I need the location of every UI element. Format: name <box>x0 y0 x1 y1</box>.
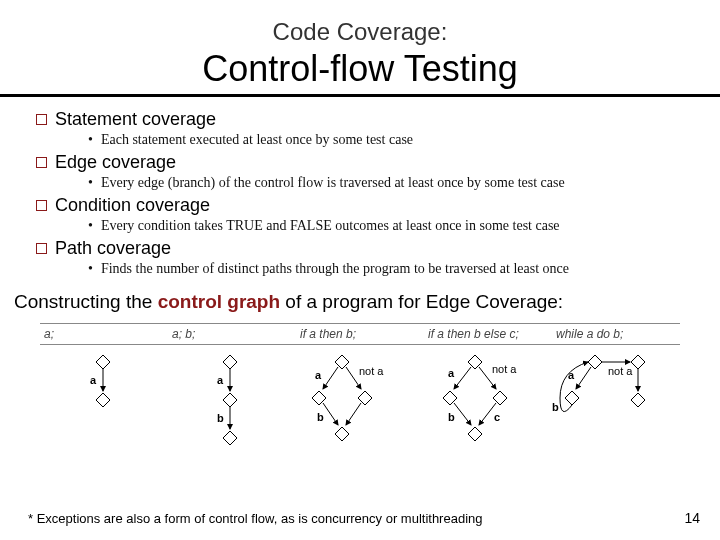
svg-text:b: b <box>552 401 559 413</box>
svg-text:not a: not a <box>359 365 384 377</box>
diagram-header: if a then b else c; <box>424 324 552 344</box>
item-sub-text: Finds the number of distinct paths throu… <box>101 261 569 277</box>
item-label: Path coverage <box>55 238 171 259</box>
square-bullet-icon <box>36 157 47 168</box>
svg-text:b: b <box>317 411 324 423</box>
item-label: Edge coverage <box>55 152 176 173</box>
svg-text:a: a <box>315 369 322 381</box>
item-sub-text: Each statement executed at least once by… <box>101 132 413 148</box>
diagram-header: while a do b; <box>552 324 680 344</box>
svg-marker-3 <box>96 393 110 407</box>
item-edge: Edge coverage • Every edge (branch) of t… <box>36 152 684 191</box>
diagram-sequence-ab: a b <box>167 351 294 471</box>
title-block: Code Coverage: Control-flow Testing <box>0 0 720 90</box>
item-path: Path coverage • Finds the number of dist… <box>36 238 684 277</box>
svg-text:a: a <box>90 374 97 386</box>
svg-marker-41 <box>631 355 645 369</box>
footnote: * Exceptions are also a form of control … <box>28 511 483 526</box>
svg-text:a: a <box>448 367 455 379</box>
square-bullet-icon <box>36 114 47 125</box>
supertitle: Code Coverage: <box>0 18 720 46</box>
diagram-area: a; a; b; if a then b; if a then b else c… <box>0 319 720 471</box>
svg-text:b: b <box>448 411 455 423</box>
svg-marker-17 <box>358 391 372 405</box>
svg-line-20 <box>346 403 361 425</box>
svg-marker-0 <box>96 355 110 369</box>
svg-marker-37 <box>565 391 579 405</box>
svg-marker-16 <box>312 391 326 405</box>
diagram-sequence-a: a <box>40 351 167 471</box>
construct-emphasis: control graph <box>158 291 280 312</box>
svg-line-23 <box>454 367 471 389</box>
svg-line-29 <box>454 403 471 425</box>
item-label: Statement coverage <box>55 109 216 130</box>
item-condition: Condition coverage • Every condition tak… <box>36 195 684 234</box>
svg-text:not a: not a <box>492 363 517 375</box>
svg-marker-28 <box>493 391 507 405</box>
svg-marker-10 <box>223 431 237 445</box>
svg-marker-21 <box>335 427 349 441</box>
item-label: Condition coverage <box>55 195 210 216</box>
main-title: Control-flow Testing <box>0 48 720 90</box>
dot-bullet-icon: • <box>88 262 93 276</box>
dot-bullet-icon: • <box>88 133 93 147</box>
dot-bullet-icon: • <box>88 176 93 190</box>
svg-text:not a: not a <box>608 365 633 377</box>
diagram-row: a a b a not a <box>40 345 680 471</box>
diagram-if-then: a not a b <box>293 351 420 471</box>
svg-line-12 <box>323 367 338 389</box>
page-number: 14 <box>684 510 700 526</box>
svg-marker-43 <box>631 393 645 407</box>
diagram-header: a; <box>40 324 168 344</box>
svg-text:b: b <box>217 412 224 424</box>
diagram-headers: a; a; b; if a then b; if a then b else c… <box>40 323 680 345</box>
svg-line-35 <box>576 367 591 389</box>
diagram-header: if a then b; <box>296 324 424 344</box>
dot-bullet-icon: • <box>88 219 93 233</box>
svg-text:a: a <box>217 374 224 386</box>
square-bullet-icon <box>36 200 47 211</box>
item-sub-text: Every edge (branch) of the control flow … <box>101 175 565 191</box>
svg-marker-34 <box>588 355 602 369</box>
item-statement: Statement coverage • Each statement exec… <box>36 109 684 148</box>
svg-marker-33 <box>468 427 482 441</box>
bullet-content: Statement coverage • Each statement exec… <box>0 97 720 277</box>
footer: * Exceptions are also a form of control … <box>28 510 700 526</box>
svg-marker-4 <box>223 355 237 369</box>
construct-suffix: of a program for Edge Coverage: <box>280 291 563 312</box>
svg-line-18 <box>323 403 338 425</box>
construct-prefix: Constructing the <box>14 291 158 312</box>
diagram-header: a; b; <box>168 324 296 344</box>
square-bullet-icon <box>36 243 47 254</box>
item-sub-text: Every condition takes TRUE and FALSE out… <box>101 218 560 234</box>
construct-heading: Constructing the control graph of a prog… <box>0 281 720 319</box>
svg-marker-22 <box>468 355 482 369</box>
svg-marker-11 <box>335 355 349 369</box>
diagram-if-then-else: a not a b c <box>420 351 550 471</box>
svg-text:c: c <box>494 411 500 423</box>
svg-marker-27 <box>443 391 457 405</box>
diagram-while: a b not a <box>550 351 680 471</box>
svg-marker-7 <box>223 393 237 407</box>
